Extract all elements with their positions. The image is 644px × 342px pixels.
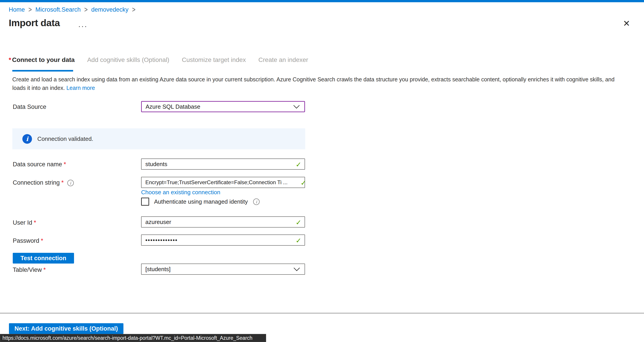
breadcrumb-separator-icon: > [28,5,32,14]
status-bar-url: https://docs.microsoft.com/azure/search/… [2,335,252,341]
tab-label: Create an indexer [258,56,308,64]
required-marker: * [61,179,64,186]
learn-more-link[interactable]: Learn more [66,85,95,91]
connection-string-label: Connection string*i [13,179,74,186]
required-marker: * [41,238,44,244]
intro-line-1: Create and load a search index using dat… [12,75,614,84]
chevron-down-icon [293,105,300,109]
intro-line-2-text: loads it into an index. [12,85,65,91]
valid-check-icon: ✓ [296,218,302,227]
info-icon: i [22,134,32,144]
test-connection-button[interactable]: Test connection [13,253,74,264]
required-marker: * [34,219,36,226]
data-source-label: Data Source [13,104,46,110]
footer-divider [0,313,644,314]
breadcrumb-home-link[interactable]: Home [9,6,25,13]
chevron-down-icon [294,267,300,271]
wizard-tabs: * Connect to your data Add cognitive ski… [9,56,308,64]
breadcrumb-separator-icon: > [132,5,136,14]
link-preview-status-bar: https://docs.microsoft.com/azure/search/… [0,334,266,342]
breadcrumb: Home > Microsoft.Search > demovedecky > [9,6,136,13]
top-accent-bar [0,0,644,2]
data-source-dropdown[interactable]: Azure SQL Database [141,101,305,112]
password-input[interactable] [142,235,304,245]
required-marker: * [9,56,11,64]
close-icon[interactable]: ✕ [623,19,630,28]
password-label: Password* [13,238,43,244]
table-view-value: [students] [145,266,294,273]
valid-check-icon: ✓ [296,160,302,169]
data-source-name-input[interactable] [142,159,304,169]
breadcrumb-demovedecky-link[interactable]: demovedecky [91,6,128,13]
active-tab-underline [12,70,73,72]
required-marker: * [64,161,66,168]
managed-identity-label: Authenticate using managed identity [154,198,248,205]
tab-add-cognitive-skills[interactable]: Add cognitive skills (Optional) [87,56,169,64]
breadcrumb-separator-icon: > [84,5,88,14]
password-field: ✓ [141,234,305,246]
required-marker: * [44,266,46,273]
banner-text: Connection validated. [37,136,93,142]
intro-line-2: loads it into an index.Learn more [12,84,614,92]
data-source-name-label: Data source name* [13,161,66,168]
user-id-input[interactable] [142,217,304,227]
valid-check-icon: ✓ [296,236,302,245]
data-source-name-field: ✓ [141,158,305,170]
tab-create-an-indexer[interactable]: Create an indexer [258,56,308,64]
tab-label: Connect to your data [12,56,75,64]
more-options-icon[interactable]: ... [78,20,88,29]
table-view-label: Table/View* [13,266,46,274]
connection-string-field: ✓ [141,177,305,188]
page-title: Import data [9,18,60,28]
breadcrumb-microsoft-search-link[interactable]: Microsoft.Search [35,6,81,13]
connection-string-info-icon[interactable]: i [67,180,74,186]
label-text: User Id [13,219,32,226]
import-data-page: Home > Microsoft.Search > demovedecky > … [0,0,644,342]
managed-identity-row: Authenticate using managed identity i [141,198,260,206]
tab-customize-target-index[interactable]: Customize target index [182,56,246,64]
managed-identity-info-icon[interactable]: i [253,198,260,205]
label-text: Data source name [13,161,62,168]
tab-label: Add cognitive skills (Optional) [87,56,169,64]
tab-label: Customize target index [182,56,246,64]
table-view-dropdown[interactable]: [students] [141,264,305,275]
user-id-label: User Id* [13,219,36,226]
label-text: Table/View [13,266,42,273]
tab-connect-to-your-data[interactable]: * Connect to your data [9,56,75,64]
label-text: Connection string [13,179,60,186]
choose-existing-connection-link[interactable]: Choose an existing connection [141,189,220,196]
data-source-value: Azure SQL Database [146,103,293,110]
label-text: Password [13,238,39,244]
managed-identity-checkbox[interactable] [141,198,149,206]
valid-check-icon: ✓ [300,179,306,187]
connection-validated-banner: i Connection validated. [12,128,305,149]
intro-text: Create and load a search index using dat… [12,75,614,92]
user-id-field: ✓ [141,216,305,228]
next-add-cognitive-skills-button[interactable]: Next: Add cognitive skills (Optional) [9,323,124,334]
connection-string-input[interactable] [142,177,304,188]
